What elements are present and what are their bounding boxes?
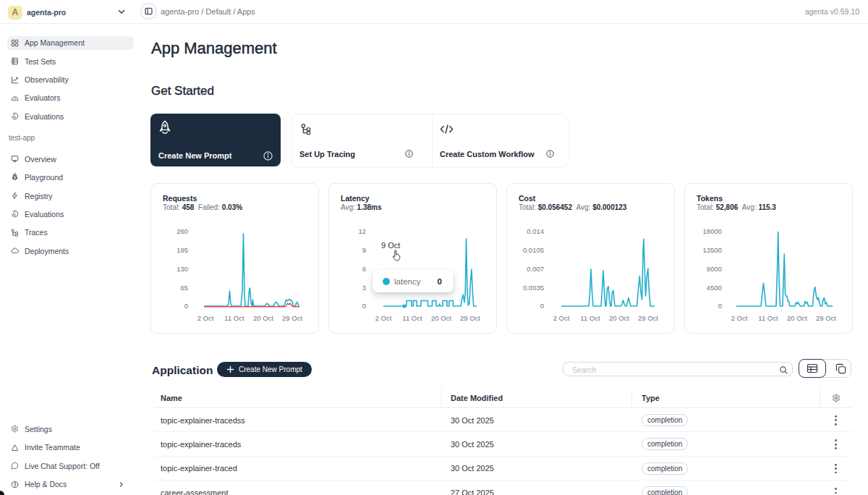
svg-text:3: 3 xyxy=(362,284,366,292)
svg-text:29 Oct: 29 Oct xyxy=(816,314,836,322)
svg-text:0.014: 0.014 xyxy=(527,227,544,235)
svg-text:29 Oct: 29 Oct xyxy=(460,314,480,322)
svg-text:65: 65 xyxy=(180,284,188,292)
svg-text:12: 12 xyxy=(358,227,366,235)
svg-text:0: 0 xyxy=(540,302,544,310)
svg-text:20 Oct: 20 Oct xyxy=(609,314,629,322)
svg-text:2 Oct: 2 Oct xyxy=(197,314,214,322)
svg-text:0: 0 xyxy=(718,302,722,310)
svg-text:2 Oct: 2 Oct xyxy=(375,314,392,322)
svg-text:29 Oct: 29 Oct xyxy=(638,314,658,322)
svg-text:29 Oct: 29 Oct xyxy=(282,314,302,322)
svg-text:9: 9 xyxy=(362,246,366,254)
svg-text:0.0035: 0.0035 xyxy=(523,284,544,292)
svg-text:13500: 13500 xyxy=(703,246,722,254)
svg-text:0.0105: 0.0105 xyxy=(523,246,544,254)
svg-text:260: 260 xyxy=(176,227,188,235)
svg-text:0: 0 xyxy=(184,302,188,310)
svg-text:11 Oct: 11 Oct xyxy=(758,314,778,322)
svg-text:18000: 18000 xyxy=(703,227,722,235)
svg-text:9000: 9000 xyxy=(707,265,722,273)
svg-text:6: 6 xyxy=(362,265,366,273)
svg-text:20 Oct: 20 Oct xyxy=(431,314,451,322)
svg-text:20 Oct: 20 Oct xyxy=(253,314,273,322)
svg-text:11 Oct: 11 Oct xyxy=(580,314,600,322)
svg-text:2 Oct: 2 Oct xyxy=(731,314,748,322)
svg-text:2 Oct: 2 Oct xyxy=(553,314,570,322)
svg-text:11 Oct: 11 Oct xyxy=(402,314,422,322)
svg-text:0: 0 xyxy=(362,302,366,310)
svg-text:130: 130 xyxy=(176,265,188,273)
svg-text:11 Oct: 11 Oct xyxy=(224,314,244,322)
svg-text:4500: 4500 xyxy=(707,284,722,292)
svg-text:195: 195 xyxy=(176,246,188,254)
svg-text:20 Oct: 20 Oct xyxy=(787,314,807,322)
svg-text:0.007: 0.007 xyxy=(527,265,544,273)
